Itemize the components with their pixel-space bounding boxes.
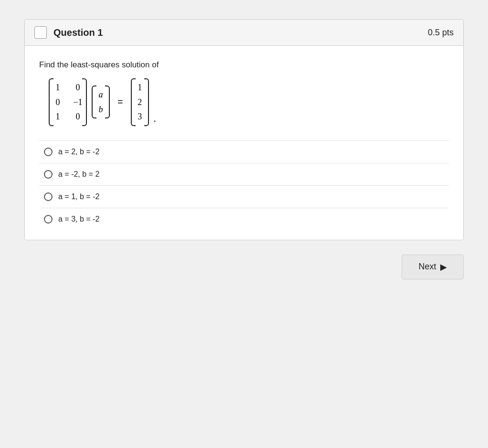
option-1[interactable]: a = 2, b = -2 xyxy=(39,140,449,163)
radio-option-1[interactable] xyxy=(44,148,53,156)
option-2[interactable]: a = -2, b = 2 xyxy=(39,163,449,185)
radio-option-4[interactable] xyxy=(44,215,53,224)
flag-icon[interactable] xyxy=(34,26,47,39)
next-button[interactable]: Next ▶ xyxy=(402,255,464,279)
radio-option-3[interactable] xyxy=(44,192,53,201)
option-4-label: a = 3, b = -2 xyxy=(58,215,99,224)
bottom-nav: Next ▶ xyxy=(24,255,464,279)
matrix-x: a b xyxy=(92,85,110,118)
option-2-label: a = -2, b = 2 xyxy=(58,170,99,179)
matrix-a: 1 0 0 −1 1 0 xyxy=(49,78,87,126)
option-4[interactable]: a = 3, b = -2 xyxy=(39,208,449,230)
question-body: Find the least-squares solution of 1 0 0… xyxy=(25,46,463,240)
question-prompt: Find the least-squares solution of xyxy=(39,60,449,70)
question-header: Question 1 0.5 pts xyxy=(25,20,463,46)
option-3[interactable]: a = 1, b = -2 xyxy=(39,185,449,208)
question-points: 0.5 pts xyxy=(428,28,454,38)
math-equation: 1 0 0 −1 1 0 a xyxy=(49,78,449,126)
radio-option-2[interactable] xyxy=(44,170,53,179)
option-1-label: a = 2, b = -2 xyxy=(58,148,99,156)
question-title: Question 1 xyxy=(53,27,103,38)
equals-sign: = xyxy=(115,96,126,107)
next-label: Next xyxy=(418,262,436,272)
option-3-label: a = 1, b = -2 xyxy=(58,192,99,201)
question-card: Question 1 0.5 pts Find the least-square… xyxy=(24,19,464,240)
period: . xyxy=(154,113,156,126)
next-arrow: ▶ xyxy=(440,262,447,272)
matrix-b: 1 2 3 xyxy=(131,78,149,126)
options-list: a = 2, b = -2 a = -2, b = 2 a = 1, b = -… xyxy=(39,140,449,230)
